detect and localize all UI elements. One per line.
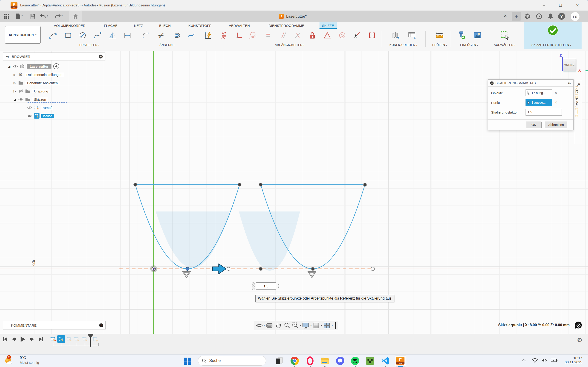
group-abhaengigkeiten[interactable]: ABHÄNGIGKEITEN ▾ bbox=[275, 43, 304, 47]
document-tab[interactable]: F Lasercutter* bbox=[279, 10, 307, 22]
symmetry-constraint-icon[interactable] bbox=[367, 30, 377, 40]
app-grid-icon[interactable] bbox=[3, 12, 10, 20]
spline-tool-icon[interactable] bbox=[93, 30, 103, 40]
pan-hand-icon[interactable] bbox=[274, 322, 282, 329]
point-selection-field[interactable]: 1 ausge... bbox=[526, 99, 552, 106]
group-einfuegen[interactable]: EINFÜGEN ▾ bbox=[460, 43, 478, 47]
row-label[interactable]: Skizzen bbox=[32, 97, 48, 102]
polygon-constraint-icon[interactable] bbox=[322, 30, 332, 40]
add-comment-icon[interactable]: + bbox=[99, 323, 103, 327]
tangent-constraint-icon[interactable] bbox=[248, 30, 258, 40]
timeline-feature-sketch-1[interactable] bbox=[50, 336, 56, 342]
viewcube-front-face[interactable]: VORNE bbox=[563, 59, 576, 71]
parallel-constraint-icon[interactable] bbox=[278, 30, 288, 40]
row-label[interactable]: rumpf bbox=[41, 106, 53, 110]
measure-icon[interactable] bbox=[435, 30, 445, 40]
root-node-label[interactable]: Lasercutter bbox=[27, 64, 52, 69]
tray-chevron-icon[interactable] bbox=[522, 359, 526, 361]
concentric-constraint-icon[interactable] bbox=[337, 30, 347, 40]
zoom-window-icon[interactable] bbox=[292, 322, 299, 329]
row-label[interactable]: Benannte Ansichten bbox=[25, 81, 60, 85]
timeline-step-forward-icon[interactable] bbox=[29, 336, 35, 342]
scale-factor-input[interactable] bbox=[526, 109, 562, 116]
weather-temperature[interactable]: 9°C bbox=[20, 356, 26, 360]
line-tool-icon[interactable] bbox=[48, 30, 58, 40]
close-document-icon[interactable]: ✕ bbox=[503, 13, 507, 18]
collapsed-caret-icon[interactable]: ▷ bbox=[13, 90, 17, 93]
activate-radio-icon[interactable] bbox=[53, 63, 59, 69]
feedback-bubble-icon[interactable] bbox=[574, 321, 582, 330]
undo-icon[interactable] bbox=[39, 12, 47, 20]
tab-netz[interactable]: NETZ bbox=[134, 23, 143, 28]
objects-selection-field[interactable]: 17 ausg... bbox=[526, 90, 552, 96]
browser-row-root[interactable]: ◢ Lasercutter bbox=[7, 63, 59, 70]
lock-constraint-icon[interactable] bbox=[307, 30, 317, 40]
scale-dialog-header[interactable]: – SKALIERUNGSMAßSTAB ▶▶ bbox=[488, 80, 573, 87]
curve-tool-icon[interactable] bbox=[186, 30, 196, 40]
notifications-bell-icon[interactable] bbox=[547, 12, 554, 20]
ok-button[interactable]: OK bbox=[526, 122, 542, 128]
new-document-tab-icon[interactable]: + bbox=[512, 12, 521, 21]
timeline-feature-sketch-4[interactable] bbox=[74, 336, 80, 342]
tab-dienstprogramme[interactable]: DIENSTPROGRAMME bbox=[268, 23, 304, 28]
browser-row-sketches[interactable]: ◢ Skizzen bbox=[13, 96, 48, 103]
browser-row-sketch-beine[interactable]: beine bbox=[27, 112, 54, 119]
curvature-constraint-icon[interactable] bbox=[352, 30, 362, 40]
rectangle-tool-icon[interactable] bbox=[63, 30, 73, 40]
profile-fill-right[interactable] bbox=[239, 211, 300, 271]
taskbar-app-fusion[interactable]: FFUS bbox=[396, 356, 405, 365]
taskbar-app-opera[interactable] bbox=[305, 356, 315, 365]
drag-handle[interactable] bbox=[252, 282, 255, 290]
profile-fill-left[interactable] bbox=[156, 211, 230, 268]
grid-caret[interactable]: ▾ bbox=[321, 325, 322, 327]
dialog-collapse-icon[interactable]: – bbox=[490, 81, 493, 85]
search-box[interactable]: Suche bbox=[198, 356, 266, 366]
circle-tool-icon[interactable] bbox=[78, 30, 88, 40]
offset-tool-icon[interactable] bbox=[172, 30, 182, 40]
tab-verwalten[interactable]: VERWALTEN bbox=[229, 23, 250, 28]
viewports-icon[interactable] bbox=[323, 323, 331, 328]
recent-activity-clock-icon[interactable] bbox=[535, 12, 543, 20]
group-aendern[interactable]: ÄNDERN ▾ bbox=[159, 43, 174, 47]
group-konfigurieren[interactable]: KONFIGURIEREN ▾ bbox=[389, 43, 417, 47]
taskbar-app-explorer[interactable] bbox=[320, 356, 329, 365]
configure-table-icon[interactable] bbox=[407, 30, 417, 40]
expand-caret-icon[interactable]: ◢ bbox=[7, 65, 11, 68]
fix-constraint-icon[interactable] bbox=[219, 30, 229, 40]
taskbar-app-minecraft[interactable] bbox=[365, 356, 375, 365]
weather-condition[interactable]: Meist sonnig bbox=[20, 361, 39, 365]
file-menu-icon[interactable] bbox=[14, 12, 22, 20]
group-auswaehlen[interactable]: AUSWÄHLEN ▾ bbox=[494, 43, 515, 47]
taskbar-app-task-view[interactable] bbox=[275, 356, 284, 365]
visibility-eye-icon[interactable] bbox=[27, 114, 32, 118]
select-box-icon[interactable] bbox=[500, 30, 510, 40]
browser-row-origin[interactable]: ▷ Ursprung bbox=[13, 88, 50, 94]
row-label[interactable]: Dokumenteinstellungen bbox=[25, 73, 64, 77]
clock-widget[interactable]: 10:17 03.11.2025 bbox=[558, 356, 582, 364]
visibility-eye-icon[interactable] bbox=[18, 98, 23, 101]
timeline-step-back-icon[interactable] bbox=[10, 336, 17, 342]
redo-icon[interactable] bbox=[54, 12, 61, 20]
collapsed-caret-icon[interactable]: ▷ bbox=[13, 81, 17, 85]
fillet-tool-icon[interactable] bbox=[141, 30, 151, 40]
zoom-icon[interactable] bbox=[283, 322, 291, 329]
timeline-feature-sketch-6[interactable] bbox=[92, 336, 99, 342]
timeline-track[interactable] bbox=[53, 346, 99, 346]
construction-dropdown[interactable]: KONSTRUKTION ▾ bbox=[5, 26, 41, 44]
taskbar-app-chrome[interactable] bbox=[290, 356, 299, 365]
scale-value-input[interactable] bbox=[256, 282, 276, 290]
group-erstellen[interactable]: ERSTELLEN ▾ bbox=[79, 43, 99, 47]
timeline-feature-sketch-2-active[interactable] bbox=[57, 335, 65, 343]
more-options-dots-icon[interactable] bbox=[277, 284, 279, 288]
collapse-browser-icon[interactable]: ◀◀ bbox=[6, 55, 8, 58]
expand-palette-icon[interactable]: ◀◀ bbox=[575, 83, 582, 85]
selected-sketch-label[interactable]: beine bbox=[41, 114, 54, 118]
timeline-go-start-icon[interactable] bbox=[2, 336, 8, 342]
browser-minimize-icon[interactable]: – bbox=[99, 55, 103, 58]
timeline-marker-bar[interactable] bbox=[90, 337, 91, 347]
timeline-go-end-icon[interactable] bbox=[38, 336, 44, 342]
scale-reference-point[interactable] bbox=[186, 267, 189, 270]
grid-settings-icon[interactable] bbox=[312, 323, 320, 328]
equal-constraint-icon[interactable] bbox=[263, 30, 273, 40]
trim-scissors-icon[interactable]: ✂ bbox=[155, 29, 168, 42]
